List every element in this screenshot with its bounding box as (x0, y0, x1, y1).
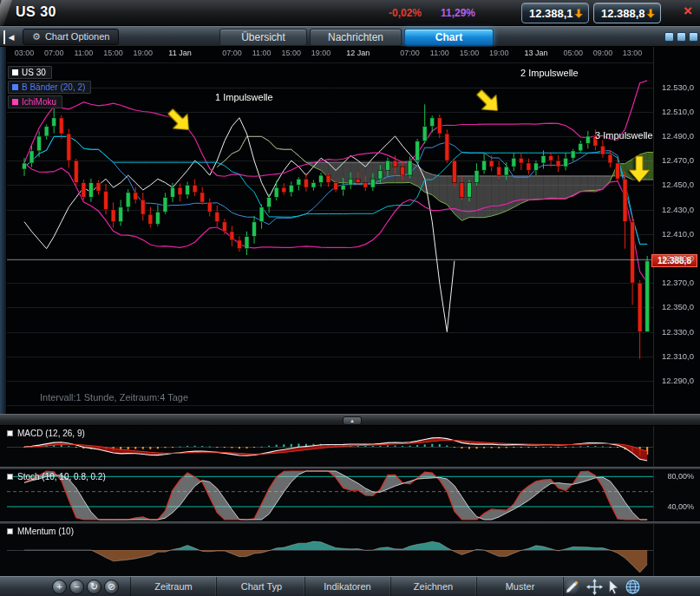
titlebar: US 30 -0,02% 11,29% 12.388,1 12.388,8 × (0, 0, 700, 26)
collapse-panel-icon[interactable]: ◀ (3, 30, 17, 44)
chart-typ-button[interactable]: Chart Typ (219, 577, 305, 596)
sell-price-button[interactable]: 12.388,1 (521, 3, 589, 23)
legend-item[interactable]: US 30 (8, 66, 52, 79)
buy-price-button[interactable]: 12.388,8 (593, 3, 661, 23)
time-axis-label: 19:00 (304, 49, 338, 57)
impulse-arrow-icon (625, 154, 654, 184)
tab-uebersicht[interactable]: Übersicht (219, 29, 307, 46)
price-axis-label: 12.530,0 (651, 82, 694, 92)
legend-item[interactable]: B Bänder (20, 2) (8, 81, 91, 94)
gear-icon: ⚙ (32, 31, 41, 42)
price-axis-label: 12.490,0 (651, 131, 694, 141)
price-axis-label: 12.370,0 (651, 278, 694, 287)
price-axis-label: 12.330,0 (651, 327, 694, 337)
macd-canvas[interactable] (7, 426, 700, 467)
pan-icon[interactable] (586, 579, 603, 595)
globe-icon[interactable] (625, 579, 641, 595)
legend-label: B Bänder (20, 2) (22, 82, 85, 92)
price-chart-canvas[interactable] (7, 47, 700, 414)
zoom-in-button[interactable]: + (52, 580, 67, 594)
price-axis-label: 12.290,0 (651, 376, 694, 385)
impulse-annotation: 2 Impulswelle (520, 68, 579, 78)
titlebar-decor (0, 0, 12, 26)
momentum-canvas[interactable] (7, 524, 700, 576)
impulse-annotation: 3 Impulswelle (595, 130, 653, 141)
pencil-icon[interactable] (564, 579, 580, 595)
impulse-annotation: 1 Impulswelle (215, 92, 273, 102)
zeichnen-button[interactable]: Zeichnen (390, 577, 477, 596)
window-tile-icon[interactable] (677, 32, 686, 42)
interval-info-label: Intervall:1 Stunde, Zeitraum:4 Tage (40, 392, 188, 403)
price-axis-label: 12.390,0 (651, 253, 694, 263)
price-axis-label: 12.430,0 (651, 205, 694, 214)
momentum-panel: MMentum (10) (0, 524, 700, 576)
sell-arrow-icon (572, 8, 585, 18)
indicator-swatch (7, 474, 13, 480)
price-axis-label: 12.510,0 (651, 107, 694, 116)
refresh-button[interactable]: ↻ (87, 580, 101, 594)
time-axis-label: 19:00 (126, 49, 160, 57)
window-minimize-icon[interactable] (664, 32, 674, 42)
stoch-level-label: 40,00% (652, 502, 694, 511)
cursor-icon[interactable] (605, 579, 622, 595)
price-axis-label: 12.450,0 (651, 180, 694, 189)
time-axis-label: 19:00 (481, 49, 516, 57)
price-chart-area: US 30B Bänder (20, 2)IchiMoku Intervall:… (0, 47, 700, 414)
change-percent: -0,02% (389, 7, 422, 19)
legend-color-swatch (12, 99, 18, 105)
legend-label: US 30 (22, 68, 46, 77)
zeitraum-button[interactable]: Zeitraum (130, 577, 217, 596)
time-axis-label: 12 Jan (341, 49, 376, 57)
indicator-swatch (7, 430, 13, 436)
tab-chart[interactable]: Chart (404, 29, 494, 46)
price-axis-label: 12.310,0 (651, 351, 694, 361)
chart-legend: US 30B Bänder (20, 2)IchiMoku (8, 66, 91, 110)
time-axis-label: 13:00 (615, 49, 650, 57)
macd-panel: MACD (12, 26, 9) (0, 426, 700, 467)
chart-options-button[interactable]: ⚙Chart Optionen (23, 29, 119, 45)
range-percent: 11,29% (441, 7, 475, 19)
close-icon[interactable]: × (684, 3, 692, 20)
indicator-swatch (7, 528, 13, 534)
chart-toolbar: ◀ ⚙Chart Optionen Übersicht Nachrichten … (0, 26, 700, 47)
tab-nachrichten[interactable]: Nachrichten (310, 29, 402, 46)
chart-options-label: Chart Optionen (45, 31, 110, 42)
stochastic-canvas[interactable] (7, 469, 700, 521)
buy-price: 12.388,8 (601, 7, 645, 20)
trading-platform-window: US 30 -0,02% 11,29% 12.388,1 12.388,8 × … (0, 0, 700, 596)
instrument-title: US 30 (16, 4, 56, 20)
legend-color-swatch (12, 69, 18, 75)
momentum-label: MMentum (10) (7, 527, 74, 536)
price-axis-label: 12.350,0 (651, 302, 694, 311)
buy-arrow-icon (644, 8, 657, 18)
time-axis-label: 11 Jan (163, 49, 198, 57)
legend-label: IchiMoku (22, 97, 56, 107)
indikatoren-button[interactable]: Indikatoren (304, 577, 391, 596)
price-axis-label: 12.470,0 (651, 155, 694, 165)
time-axis-label: 13 Jan (519, 49, 553, 57)
bottom-toolbar: + − ↻ ⊘ Zeitraum Chart Typ Indikatoren Z… (0, 576, 700, 596)
legend-item[interactable]: IchiMoku (8, 95, 62, 108)
muster-button[interactable]: Muster (477, 577, 564, 596)
price-axis-label: 12.410,0 (651, 229, 694, 239)
splitter-collapse-button[interactable]: ▴ (343, 416, 362, 425)
stoch-level-label: 80,00% (652, 472, 694, 481)
panel-splitter[interactable]: ▴ (0, 414, 700, 426)
stochastic-panel: Stoch (10, 10, 0.8, 0.2) 80,00%40,00% (0, 469, 700, 521)
stochastic-label: Stoch (10, 10, 0.8, 0.2) (7, 472, 106, 481)
window-maximize-icon[interactable] (689, 32, 698, 42)
disable-button[interactable]: ⊘ (104, 580, 119, 594)
zoom-out-button[interactable]: − (69, 580, 84, 594)
legend-color-swatch (12, 84, 18, 90)
sell-price: 12.388,1 (529, 7, 573, 20)
macd-label: MACD (12, 26, 9) (7, 429, 85, 438)
